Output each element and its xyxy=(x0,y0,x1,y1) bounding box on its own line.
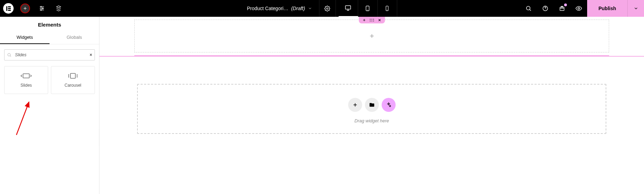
document-header: Product Categori… (Draft) xyxy=(247,0,397,17)
svg-rect-2 xyxy=(8,8,11,9)
notification-dot xyxy=(564,3,567,6)
editor-canvas: Drag widget here xyxy=(99,17,644,194)
add-section-button[interactable] xyxy=(348,98,362,112)
ai-section-button[interactable] xyxy=(382,98,396,112)
elementor-logo-icon xyxy=(3,3,14,14)
add-widget-icon[interactable] xyxy=(369,33,375,39)
help-button[interactable] xyxy=(537,0,554,17)
dropzone-buttons xyxy=(138,98,606,112)
svg-point-35 xyxy=(370,19,370,20)
section-drag-handle[interactable] xyxy=(369,18,374,22)
finder-search-button[interactable] xyxy=(520,0,537,17)
topbar-left xyxy=(0,0,67,17)
svg-rect-24 xyxy=(560,7,564,10)
elementor-logo[interactable] xyxy=(0,0,17,17)
section-toolbar xyxy=(359,17,385,23)
svg-line-27 xyxy=(10,56,11,56)
elements-panel: Elements Widgets Globals × Slides xyxy=(0,17,99,194)
svg-rect-28 xyxy=(23,74,29,78)
document-menu-chevron[interactable] xyxy=(308,6,312,10)
svg-point-38 xyxy=(370,21,370,21)
page-settings-button[interactable] xyxy=(319,0,336,17)
publish-label: Publish xyxy=(598,6,616,11)
svg-rect-3 xyxy=(8,10,11,11)
svg-rect-1 xyxy=(8,6,11,7)
svg-point-11 xyxy=(40,9,42,10)
panel-tabs: Widgets Globals xyxy=(0,31,99,44)
svg-point-26 xyxy=(8,53,10,56)
panel-title: Elements xyxy=(0,17,99,31)
clear-search-button[interactable]: × xyxy=(90,52,92,57)
document-title: Product Categori… xyxy=(247,6,289,11)
responsive-device-tabs xyxy=(338,0,397,17)
svg-point-9 xyxy=(42,8,43,9)
widget-carousel[interactable]: Carousel xyxy=(51,66,95,94)
tab-widgets[interactable]: Widgets xyxy=(0,31,50,44)
svg-line-21 xyxy=(530,9,531,10)
annotation-arrow xyxy=(14,99,35,138)
dropzone-text: Drag widget here xyxy=(138,118,606,123)
top-bar: Product Categori… (Draft) xyxy=(0,0,644,17)
section-add-button[interactable] xyxy=(362,18,366,22)
site-settings-button[interactable] xyxy=(33,0,50,17)
svg-point-20 xyxy=(526,6,530,10)
search-input[interactable] xyxy=(4,49,95,60)
carousel-icon xyxy=(67,72,79,79)
section-selection-line xyxy=(99,56,644,57)
svg-rect-13 xyxy=(345,6,351,9)
whats-new-button[interactable] xyxy=(554,0,570,17)
widget-results: Slides Carousel xyxy=(0,66,99,94)
device-desktop[interactable] xyxy=(338,0,358,17)
device-mobile[interactable] xyxy=(377,0,397,17)
widget-label: Slides xyxy=(21,83,32,88)
svg-point-39 xyxy=(371,21,372,21)
new-section-dropzone[interactable]: Drag widget here xyxy=(137,84,606,134)
section-delete-button[interactable] xyxy=(377,18,381,22)
svg-point-36 xyxy=(371,19,372,20)
document-status: (Draft) xyxy=(291,6,305,11)
svg-line-32 xyxy=(16,102,29,135)
search-icon xyxy=(7,53,12,57)
structure-button[interactable] xyxy=(50,0,67,17)
svg-point-37 xyxy=(373,19,374,20)
widget-label: Carousel xyxy=(65,83,81,88)
plus-icon xyxy=(20,3,30,13)
svg-rect-0 xyxy=(6,6,7,11)
svg-point-40 xyxy=(373,21,374,21)
selected-section[interactable] xyxy=(134,20,609,56)
add-template-button[interactable] xyxy=(365,98,379,112)
device-tablet[interactable] xyxy=(358,0,377,17)
slides-icon xyxy=(20,72,32,79)
topbar-right: Publish xyxy=(520,0,644,17)
add-element-button[interactable] xyxy=(17,0,33,17)
svg-point-12 xyxy=(327,8,328,9)
svg-point-25 xyxy=(578,8,580,9)
svg-point-7 xyxy=(40,6,42,7)
widget-search: × xyxy=(4,49,95,60)
empty-column[interactable] xyxy=(134,20,609,52)
publish-button[interactable]: Publish xyxy=(587,0,627,17)
widget-slides[interactable]: Slides xyxy=(4,66,48,94)
preview-button[interactable] xyxy=(570,0,587,17)
publish-options-button[interactable] xyxy=(627,0,644,17)
svg-rect-29 xyxy=(70,73,75,78)
tab-globals[interactable]: Globals xyxy=(50,31,99,44)
